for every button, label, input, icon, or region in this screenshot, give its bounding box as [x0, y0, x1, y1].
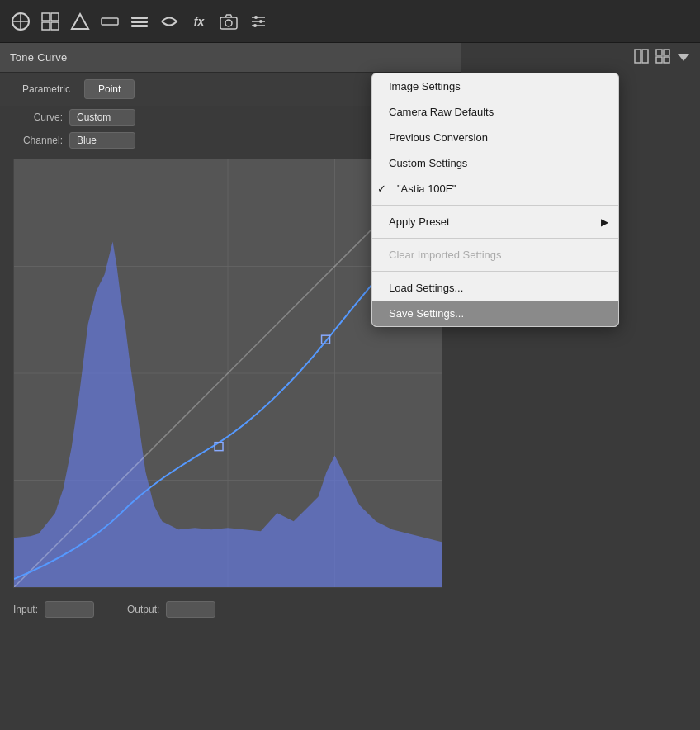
menu-divider-2	[372, 238, 618, 239]
svg-point-11	[225, 20, 232, 26]
menu-item-custom-settings[interactable]: Custom Settings	[372, 150, 618, 176]
svg-rect-1	[42, 13, 50, 21]
svg-rect-24	[664, 50, 669, 55]
toolbar: fx	[0, 0, 700, 43]
svg-rect-26	[664, 57, 669, 63]
toolbar-icon-sliders[interactable]	[248, 11, 269, 32]
menu-item-apply-preset[interactable]: Apply Preset ▶	[372, 209, 618, 235]
right-icon-compare[interactable]	[634, 49, 649, 67]
toolbar-icon-2[interactable]	[40, 11, 61, 32]
apply-preset-arrow: ▶	[601, 216, 608, 228]
toolbar-icon-camera[interactable]	[218, 11, 239, 32]
menu-item-save-settings[interactable]: Save Settings...	[372, 301, 618, 326]
astia-checkmark: ✓	[377, 182, 386, 195]
svg-rect-23	[656, 50, 662, 55]
svg-rect-7	[131, 17, 148, 19]
svg-marker-27	[678, 54, 689, 61]
right-icon-grid[interactable]	[655, 49, 670, 67]
svg-rect-6	[102, 18, 118, 25]
tab-point[interactable]: Point	[84, 79, 135, 99]
curve-label: Curve:	[13, 111, 63, 123]
menu-item-image-settings[interactable]: Image Settings	[372, 73, 618, 99]
svg-point-15	[254, 16, 258, 19]
svg-rect-21	[635, 50, 641, 63]
svg-rect-25	[656, 57, 662, 63]
panel-title: Tone Curve	[10, 51, 67, 64]
svg-rect-2	[51, 13, 59, 21]
tab-parametric[interactable]: Parametric	[8, 79, 84, 99]
dropdown-menu: Image Settings Camera Raw Defaults Previ…	[371, 73, 619, 327]
toolbar-icon-1[interactable]	[10, 11, 31, 32]
menu-item-load-settings[interactable]: Load Settings...	[372, 275, 618, 301]
input-label: Input:	[13, 604, 38, 615]
input-value[interactable]	[45, 601, 94, 618]
menu-item-astia[interactable]: ✓ "Astia 100F"	[372, 176, 618, 201]
toolbar-icon-4[interactable]	[99, 11, 121, 32]
svg-rect-9	[131, 25, 148, 27]
toolbar-icon-5[interactable]	[129, 11, 150, 32]
curve-value[interactable]: Custom	[69, 109, 135, 126]
svg-point-17	[253, 24, 257, 27]
menu-item-clear-imported: Clear Imported Settings	[372, 242, 618, 268]
svg-rect-22	[642, 50, 648, 63]
svg-marker-5	[72, 14, 88, 29]
menu-item-camera-raw[interactable]: Camera Raw Defaults	[372, 99, 618, 125]
channel-value[interactable]: Blue	[69, 132, 135, 149]
menu-divider-1	[372, 205, 618, 206]
right-icons-area	[461, 43, 700, 73]
right-icon-dropdown[interactable]	[677, 50, 690, 65]
toolbar-icon-fx[interactable]: fx	[188, 11, 210, 32]
toolbar-icon-6[interactable]	[158, 11, 180, 32]
svg-rect-4	[51, 22, 59, 30]
menu-divider-3	[372, 271, 618, 272]
channel-label: Channel:	[13, 135, 63, 146]
svg-point-16	[259, 20, 262, 23]
svg-rect-10	[220, 17, 237, 29]
output-label: Output:	[127, 604, 159, 615]
svg-rect-8	[131, 21, 148, 23]
toolbar-icon-3[interactable]	[69, 11, 91, 32]
menu-item-previous-conversion[interactable]: Previous Conversion	[372, 125, 618, 150]
svg-rect-3	[42, 22, 50, 30]
output-value[interactable]	[166, 601, 215, 618]
